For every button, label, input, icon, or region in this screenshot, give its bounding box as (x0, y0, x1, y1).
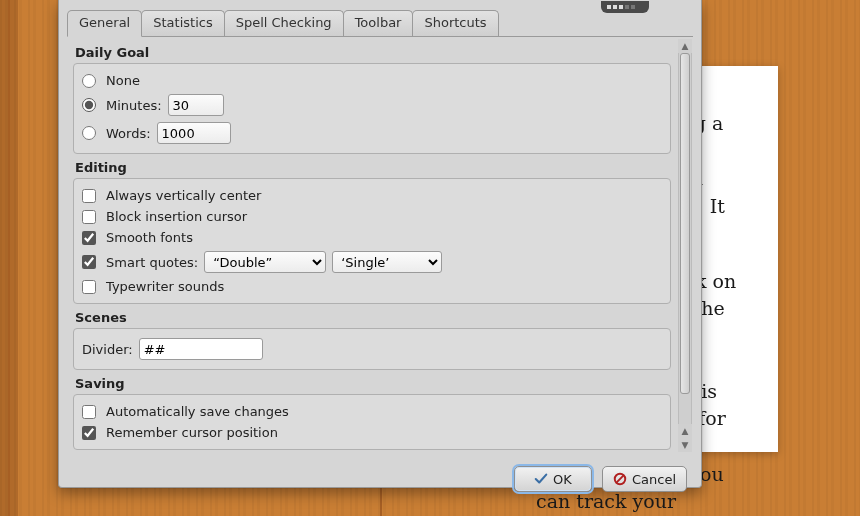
cancel-label: Cancel (632, 472, 676, 487)
scrollbar[interactable]: ▲ ▲ ▼ (677, 39, 693, 452)
preferences-dialog: General Statistics Spell Checking Toolba… (58, 0, 702, 488)
check-block-cursor[interactable] (82, 210, 96, 224)
label-goal-none: None (106, 73, 140, 88)
button-bar: OK Cancel (59, 460, 701, 504)
cancel-icon (613, 472, 627, 486)
radio-goal-minutes[interactable] (82, 98, 96, 112)
check-remember-cursor[interactable] (82, 426, 96, 440)
check-smooth-fonts[interactable] (82, 231, 96, 245)
label-goal-minutes: Minutes: (106, 98, 162, 113)
tab-shortcuts[interactable]: Shortcuts (412, 10, 498, 36)
input-goal-minutes[interactable] (168, 94, 224, 116)
label-divider: Divider: (82, 342, 133, 357)
label-smooth-fonts: Smooth fonts (106, 230, 193, 245)
tab-statistics[interactable]: Statistics (141, 10, 224, 36)
check-typewriter-sounds[interactable] (82, 280, 96, 294)
ok-button[interactable]: OK (514, 466, 592, 492)
label-goal-words: Words: (106, 126, 151, 141)
section-scenes: Scenes (75, 310, 673, 325)
check-smart-quotes[interactable] (82, 255, 96, 269)
group-scenes: Divider: (73, 328, 671, 370)
label-vertically-center: Always vertically center (106, 188, 261, 203)
ok-label: OK (553, 472, 572, 487)
tab-toolbar[interactable]: Toolbar (343, 10, 414, 36)
input-divider[interactable] (139, 338, 263, 360)
scroll-down-icon[interactable]: ▼ (678, 438, 692, 452)
svg-line-1 (617, 476, 624, 483)
group-saving: Automatically save changes Remember curs… (73, 394, 671, 450)
select-smart-quotes-double[interactable]: “Double” (204, 251, 326, 273)
input-goal-words[interactable] (157, 122, 231, 144)
label-block-cursor: Block insertion cursor (106, 209, 247, 224)
label-remember-cursor: Remember cursor position (106, 425, 278, 440)
general-panel: Daily Goal None Minutes: Words: Editing (67, 37, 675, 454)
select-smart-quotes-single[interactable]: ‘Single’ (332, 251, 442, 273)
tab-general[interactable]: General (67, 10, 142, 37)
scroll-up2-icon[interactable]: ▲ (678, 424, 692, 438)
scroll-up-icon[interactable]: ▲ (678, 39, 692, 53)
check-vertically-center[interactable] (82, 189, 96, 203)
tab-spell-checking[interactable]: Spell Checking (224, 10, 344, 36)
radio-goal-words[interactable] (82, 126, 96, 140)
scrollbar-track[interactable] (678, 53, 692, 424)
cancel-button[interactable]: Cancel (602, 466, 687, 492)
label-typewriter-sounds: Typewriter sounds (106, 279, 224, 294)
tab-bar: General Statistics Spell Checking Toolba… (67, 10, 693, 37)
section-editing: Editing (75, 160, 673, 175)
scrollbar-thumb[interactable] (680, 53, 690, 394)
check-autosave[interactable] (82, 405, 96, 419)
label-autosave: Automatically save changes (106, 404, 289, 419)
label-smart-quotes: Smart quotes: (106, 255, 198, 270)
group-editing: Always vertically center Block insertion… (73, 178, 671, 304)
check-icon (534, 472, 548, 486)
radio-goal-none[interactable] (82, 74, 96, 88)
section-saving: Saving (75, 376, 673, 391)
section-daily-goal: Daily Goal (75, 45, 673, 60)
group-daily-goal: None Minutes: Words: (73, 63, 671, 154)
